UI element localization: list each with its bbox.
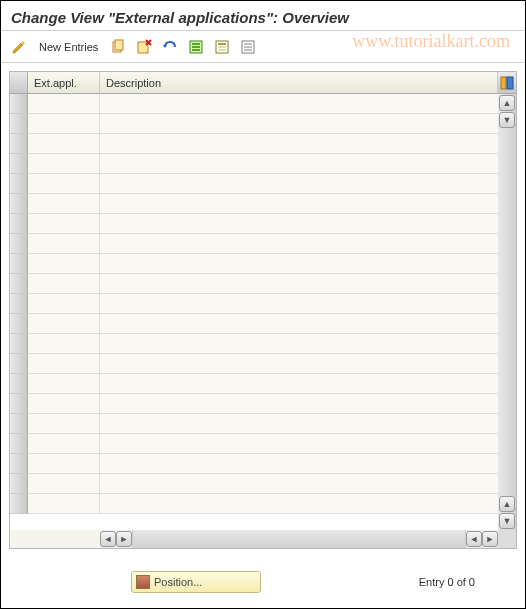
svg-rect-6 bbox=[192, 49, 200, 51]
row-selector[interactable] bbox=[10, 294, 28, 314]
svg-rect-15 bbox=[501, 77, 506, 89]
cell-ext-appl[interactable] bbox=[28, 434, 100, 454]
cell-description[interactable] bbox=[100, 234, 498, 254]
select-all-rows[interactable] bbox=[10, 72, 28, 94]
cell-ext-appl[interactable] bbox=[28, 234, 100, 254]
hscroll-track[interactable] bbox=[132, 530, 466, 548]
cell-description[interactable] bbox=[100, 194, 498, 214]
row-selector[interactable] bbox=[10, 154, 28, 174]
cell-ext-appl[interactable] bbox=[28, 274, 100, 294]
cell-description[interactable] bbox=[100, 314, 498, 334]
table-config-icon bbox=[500, 76, 514, 90]
cell-ext-appl[interactable] bbox=[28, 494, 100, 514]
copy-button[interactable] bbox=[108, 37, 128, 57]
row-selector[interactable] bbox=[10, 214, 28, 234]
cell-description[interactable] bbox=[100, 94, 498, 114]
cell-ext-appl[interactable] bbox=[28, 154, 100, 174]
cell-description[interactable] bbox=[100, 274, 498, 294]
cell-ext-appl[interactable] bbox=[28, 314, 100, 334]
cell-description[interactable] bbox=[100, 394, 498, 414]
undo-button[interactable] bbox=[160, 37, 180, 57]
row-selector[interactable] bbox=[10, 134, 28, 154]
svg-rect-10 bbox=[218, 49, 226, 51]
scroll-left-button[interactable]: ◄ bbox=[100, 531, 116, 547]
table-row bbox=[10, 214, 498, 234]
column-header-description[interactable]: Description bbox=[100, 72, 498, 94]
entry-count: Entry 0 of 0 bbox=[419, 576, 475, 588]
scroll-down-button[interactable]: ▼ bbox=[499, 112, 515, 128]
cell-ext-appl[interactable] bbox=[28, 254, 100, 274]
cell-description[interactable] bbox=[100, 454, 498, 474]
cell-description[interactable] bbox=[100, 334, 498, 354]
deselect-button[interactable] bbox=[238, 37, 258, 57]
cell-ext-appl[interactable] bbox=[28, 474, 100, 494]
delete-button[interactable] bbox=[134, 37, 154, 57]
cell-ext-appl[interactable] bbox=[28, 134, 100, 154]
cell-description[interactable] bbox=[100, 374, 498, 394]
vertical-scrollbar[interactable]: ▲ ▼ ▲ ▼ bbox=[498, 94, 516, 530]
cell-description[interactable] bbox=[100, 254, 498, 274]
cell-ext-appl[interactable] bbox=[28, 94, 100, 114]
table-row bbox=[10, 454, 498, 474]
svg-rect-12 bbox=[244, 43, 252, 45]
row-selector[interactable] bbox=[10, 194, 28, 214]
svg-rect-13 bbox=[244, 46, 252, 48]
scroll-left-end-button[interactable]: ◄ bbox=[466, 531, 482, 547]
row-selector[interactable] bbox=[10, 494, 28, 514]
table-settings-button[interactable] bbox=[498, 72, 516, 94]
cell-ext-appl[interactable] bbox=[28, 294, 100, 314]
table-row bbox=[10, 434, 498, 454]
cell-ext-appl[interactable] bbox=[28, 114, 100, 134]
cell-description[interactable] bbox=[100, 414, 498, 434]
row-selector[interactable] bbox=[10, 434, 28, 454]
row-selector[interactable] bbox=[10, 174, 28, 194]
new-entries-button[interactable]: New Entries bbox=[35, 39, 102, 55]
cell-ext-appl[interactable] bbox=[28, 214, 100, 234]
cell-ext-appl[interactable] bbox=[28, 334, 100, 354]
position-button-label: Position... bbox=[154, 576, 202, 588]
cell-description[interactable] bbox=[100, 174, 498, 194]
cell-ext-appl[interactable] bbox=[28, 414, 100, 434]
cell-description[interactable] bbox=[100, 494, 498, 514]
cell-ext-appl[interactable] bbox=[28, 174, 100, 194]
row-selector[interactable] bbox=[10, 254, 28, 274]
table-row bbox=[10, 194, 498, 214]
scroll-right-end-button[interactable]: ► bbox=[482, 531, 498, 547]
row-selector[interactable] bbox=[10, 474, 28, 494]
cell-description[interactable] bbox=[100, 154, 498, 174]
row-selector[interactable] bbox=[10, 334, 28, 354]
svg-rect-1 bbox=[115, 40, 123, 50]
row-selector[interactable] bbox=[10, 314, 28, 334]
row-selector[interactable] bbox=[10, 274, 28, 294]
row-selector[interactable] bbox=[10, 94, 28, 114]
cell-description[interactable] bbox=[100, 114, 498, 134]
cell-ext-appl[interactable] bbox=[28, 374, 100, 394]
row-selector[interactable] bbox=[10, 374, 28, 394]
cell-description[interactable] bbox=[100, 134, 498, 154]
position-button[interactable]: Position... bbox=[131, 571, 261, 593]
svg-rect-9 bbox=[218, 46, 226, 48]
scroll-right-button[interactable]: ► bbox=[116, 531, 132, 547]
cell-description[interactable] bbox=[100, 354, 498, 374]
cell-ext-appl[interactable] bbox=[28, 394, 100, 414]
cell-description[interactable] bbox=[100, 474, 498, 494]
scroll-down-end-button[interactable]: ▼ bbox=[499, 513, 515, 529]
row-selector[interactable] bbox=[10, 234, 28, 254]
cell-description[interactable] bbox=[100, 294, 498, 314]
change-button[interactable] bbox=[9, 37, 29, 57]
scroll-up-button[interactable]: ▲ bbox=[499, 95, 515, 111]
row-selector[interactable] bbox=[10, 394, 28, 414]
select-all-button[interactable] bbox=[186, 37, 206, 57]
cell-description[interactable] bbox=[100, 434, 498, 454]
cell-ext-appl[interactable] bbox=[28, 354, 100, 374]
scroll-up-end-button[interactable]: ▲ bbox=[499, 496, 515, 512]
select-block-button[interactable] bbox=[212, 37, 232, 57]
row-selector[interactable] bbox=[10, 414, 28, 434]
cell-ext-appl[interactable] bbox=[28, 194, 100, 214]
cell-ext-appl[interactable] bbox=[28, 454, 100, 474]
row-selector[interactable] bbox=[10, 354, 28, 374]
row-selector[interactable] bbox=[10, 114, 28, 134]
row-selector[interactable] bbox=[10, 454, 28, 474]
column-header-ext-appl[interactable]: Ext.appl. bbox=[28, 72, 100, 94]
cell-description[interactable] bbox=[100, 214, 498, 234]
